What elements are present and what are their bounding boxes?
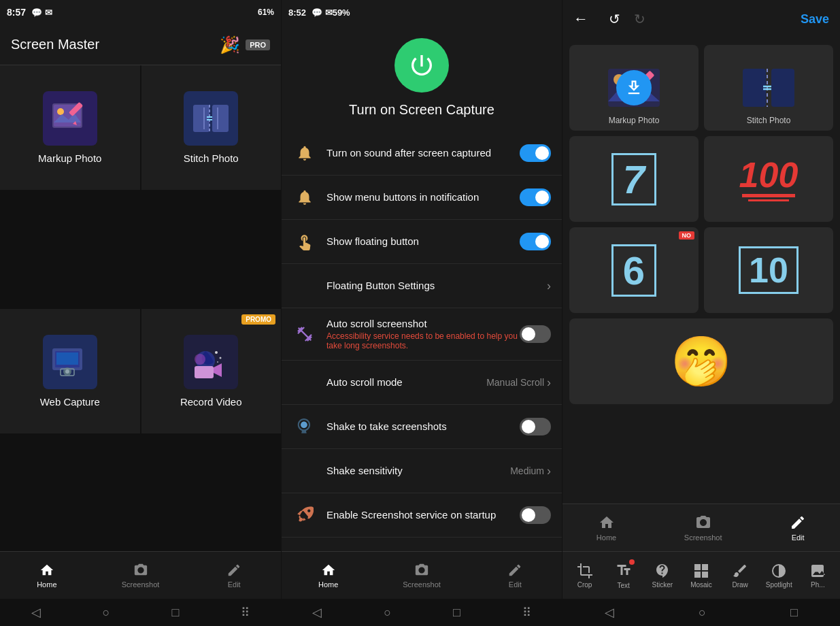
left-bottom-nav: Home Screenshot Edit [0, 551, 281, 599]
spotlight-tool[interactable]: Spotlight [764, 563, 794, 589]
left-nav-screenshot[interactable]: Screenshot [94, 563, 188, 589]
middle-back-btn[interactable]: ◁ [312, 605, 322, 620]
middle-status-bar: 8:52 💬 ✉ 59% [282, 0, 562, 24]
svg-rect-5 [193, 105, 209, 132]
right-nav-edit[interactable]: Edit [790, 514, 806, 542]
left-pro-badge: PRO [246, 39, 270, 50]
recordvid-icon [184, 335, 238, 389]
capture-toggle-area: Turn on Screen Capture [282, 24, 562, 131]
setting-shake-text: Shake to take screenshots [326, 421, 520, 433]
setting-menu-text: Show menu buttons in notification [326, 191, 520, 203]
left-recents-btn[interactable]: □ [172, 606, 180, 620]
left-back-btn[interactable]: ◁ [31, 605, 41, 620]
grid-item-webcap[interactable]: Web Capture [0, 309, 140, 433]
sc-stitch[interactable]: Stitch Photo [704, 45, 833, 131]
rocket-icon [292, 503, 317, 527]
setting-autoscroll[interactable]: Auto scroll screenshot Accessibility ser… [282, 308, 562, 361]
right-panel: ← ↺ ↻ Save Markup Photo [562, 0, 840, 626]
sticker-tool[interactable]: Sticker [648, 563, 677, 589]
right-back-button[interactable]: ← [573, 10, 588, 28]
num100-display: 100 [739, 157, 799, 201]
text-dot [629, 559, 635, 565]
svg-marker-19 [214, 363, 222, 377]
middle-a11y-btn[interactable]: ⠿ [522, 605, 531, 620]
toggle-autoscroll[interactable] [520, 325, 551, 343]
sc-markup[interactable]: Markup Photo [569, 45, 699, 131]
middle-recents-btn[interactable]: □ [453, 606, 460, 620]
grid-item-stitch[interactable]: Stitch Photo [141, 65, 282, 190]
markup-label: Markup Photo [38, 152, 101, 164]
svg-rect-6 [212, 105, 229, 132]
toggle-shake[interactable] [520, 418, 551, 435]
left-app-title: Screen Master [11, 37, 99, 52]
setting-startup-title: Enable Screenshot service on startup [326, 509, 496, 521]
text-label: Text [618, 582, 630, 589]
spacer-icon [292, 274, 317, 298]
crop-tool[interactable]: Crop [570, 563, 600, 589]
left-status-bar: 8:57 💬 ✉ 61% [0, 0, 281, 24]
left-nav-home[interactable]: Home [0, 563, 94, 589]
shake-sensitivity-value: Medium [510, 465, 544, 476]
setting-scroll-mode-text: Auto scroll mode [326, 376, 486, 389]
setting-shake-sensitivity-title: Shake sensitivity [326, 465, 403, 476]
setting-shake-sensitivity[interactable]: Shake sensitivity Medium › [282, 449, 562, 493]
middle-system-nav: ◁ ○ □ ⠿ [282, 599, 562, 626]
setting-scroll-mode[interactable]: Auto scroll mode Manual Scroll › [282, 361, 562, 405]
middle-nav-edit[interactable]: Edit [469, 563, 562, 589]
bell-icon [292, 141, 317, 165]
settings-list: Turn on sound after screen captured Show… [282, 131, 562, 551]
left-home-btn[interactable]: ○ [103, 606, 110, 620]
grid-item-recordvid[interactable]: PROMO Record Video [141, 309, 282, 433]
middle-home-btn[interactable]: ○ [384, 606, 391, 620]
ph-label: Ph... [811, 581, 825, 589]
left-battery: 61% [258, 7, 274, 17]
setting-sound[interactable]: Turn on sound after screen captured [282, 131, 562, 176]
setting-shake[interactable]: Shake to take screenshots [282, 405, 562, 449]
right-recents-sys-btn[interactable]: □ [790, 606, 798, 620]
mosaic-tool[interactable]: Mosaic [686, 563, 716, 589]
right-back-sys-btn[interactable]: ◁ [605, 605, 614, 620]
draw-tool[interactable]: Draw [725, 563, 755, 589]
svg-point-16 [220, 357, 222, 359]
grid-item-markup[interactable]: Markup Photo [0, 65, 140, 190]
undo-button[interactable]: ↺ [609, 11, 620, 27]
power-button[interactable] [394, 38, 449, 93]
shake-icon [292, 414, 317, 439]
download-overlay[interactable] [616, 70, 652, 105]
middle-time: 8:52 [288, 7, 306, 18]
middle-nav-home-label: Home [318, 580, 338, 589]
toggle-startup[interactable] [520, 506, 551, 524]
left-nav-edit[interactable]: Edit [187, 563, 281, 589]
middle-nav-screenshot[interactable]: Screenshot [375, 563, 468, 589]
middle-nav-home[interactable]: Home [282, 563, 375, 589]
setting-autoscroll-text: Auto scroll screenshot Accessibility ser… [326, 318, 520, 350]
sc-num7[interactable]: 7 [569, 136, 699, 222]
setting-startup[interactable]: Enable Screenshot service on startup [282, 493, 562, 538]
setting-menu-notification[interactable]: Show menu buttons in notification [282, 176, 562, 220]
svg-point-17 [217, 361, 218, 363]
ph-tool[interactable]: Ph... [803, 563, 833, 589]
no-badge: NO [679, 231, 695, 240]
sc-emoji[interactable]: 🤭 [569, 318, 833, 404]
right-system-nav: ◁ ○ □ [562, 599, 840, 626]
sc-stitch-label: Stitch Photo [704, 116, 833, 125]
left-header-right: 🎉 PRO [220, 35, 270, 54]
right-nav-screenshot[interactable]: Screenshot [684, 514, 722, 542]
toggle-menu[interactable] [520, 188, 551, 206]
setting-scroll-mode-title: Auto scroll mode [326, 376, 403, 388]
capture-title: Turn on Screen Capture [349, 102, 494, 118]
svg-rect-10 [56, 352, 78, 365]
right-nav-home[interactable]: Home [597, 514, 616, 542]
left-a11y-btn[interactable]: ⠿ [241, 605, 250, 620]
toggle-sound[interactable] [520, 144, 551, 162]
sc-num10[interactable]: 10 [704, 227, 833, 313]
setting-floating[interactable]: Show floating button [282, 220, 562, 264]
toggle-floating[interactable] [520, 233, 551, 250]
text-tool-icon [616, 562, 632, 580]
sc-num100[interactable]: 100 [704, 136, 833, 222]
sc-num6[interactable]: 6 NO [569, 227, 699, 313]
save-button[interactable]: Save [801, 12, 829, 27]
setting-floating-settings[interactable]: Floating Button Settings › [282, 264, 562, 308]
text-tool[interactable]: Text [609, 562, 639, 589]
right-home-sys-btn[interactable]: ○ [699, 606, 706, 620]
